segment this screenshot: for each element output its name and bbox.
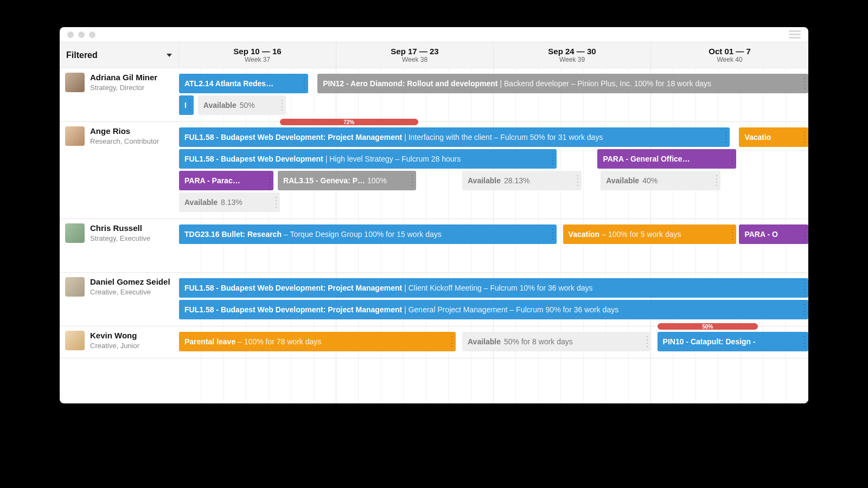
- allocation-bar[interactable]: RAL3.15 - Geneva: P… 100%: [278, 171, 416, 190]
- timeline-track: Available8.13%: [179, 192, 808, 213]
- person-row: Kevin Wong Creative, Junior 50%Parental …: [60, 326, 808, 358]
- person-info[interactable]: Adriana Gil Miner Strategy, Director: [60, 68, 179, 121]
- drag-handle-icon[interactable]: [646, 335, 649, 348]
- drag-handle-icon[interactable]: [576, 174, 579, 187]
- allocation-bar[interactable]: ATL2.14 Atlanta Redes…: [179, 74, 308, 93]
- allocation-bar[interactable]: PARA - Parac…: [179, 171, 273, 190]
- drag-handle-icon[interactable]: [803, 131, 806, 144]
- allocation-bar[interactable]: Parental leave – 100% for 78 work days: [179, 332, 456, 351]
- allocation-bar[interactable]: PARA - General Office…: [597, 149, 736, 169]
- filter-label: Filtered: [66, 50, 98, 60]
- window-dot[interactable]: [67, 31, 74, 38]
- drag-handle-icon[interactable]: [803, 77, 806, 90]
- person-info[interactable]: Ange Rios Research, Contributor: [60, 122, 179, 219]
- avatar[interactable]: [65, 331, 85, 350]
- drag-handle-icon[interactable]: [450, 335, 454, 348]
- bar-title: PIN10 - Catapult: Design -: [663, 337, 756, 346]
- allocation-bar[interactable]: PIN10 - Catapult: Design -: [658, 332, 808, 351]
- window-dot[interactable]: [89, 31, 95, 38]
- bar-title: PIN12 - Aero Diamond: Rollout and develo…: [323, 79, 497, 88]
- person-role: Research, Contributor: [90, 137, 159, 145]
- allocation-bar[interactable]: Vacation – 100% for 5 work days: [563, 224, 736, 244]
- overallocation-pill[interactable]: 72%: [280, 119, 418, 125]
- avatar[interactable]: [65, 223, 85, 243]
- drag-handle-icon[interactable]: [551, 228, 554, 241]
- availability-bar[interactable]: Available40%: [601, 171, 720, 190]
- bar-title: I: [184, 101, 187, 110]
- drag-handle-icon[interactable]: [280, 99, 284, 112]
- person-role: Strategy, Director: [90, 84, 157, 92]
- drag-handle-icon[interactable]: [268, 174, 271, 187]
- availability-bar[interactable]: Available8.13%: [179, 192, 280, 212]
- window-dot[interactable]: [78, 31, 85, 38]
- timeline-track: ATL2.14 Atlanta Redes…PIN12 - Aero Diamo…: [179, 74, 808, 94]
- drag-handle-icon[interactable]: [803, 228, 806, 241]
- bar-percent: 50% for 8 work days: [504, 337, 573, 346]
- bar-title: PARA - Parac…: [184, 176, 240, 185]
- person-info[interactable]: Chris Russell Strategy, Executive: [60, 219, 179, 272]
- week-column-header[interactable]: Sep 24 — 30 Week 39: [494, 42, 651, 68]
- avatar[interactable]: [65, 126, 85, 146]
- bar-subtitle: 100%: [367, 176, 387, 185]
- person-row: Adriana Gil Miner Strategy, Director ATL…: [60, 68, 808, 122]
- drag-handle-icon[interactable]: [731, 152, 734, 165]
- person-name: Chris Russell: [90, 223, 150, 233]
- allocation-bar[interactable]: Vacatio: [739, 127, 808, 147]
- window-traffic-lights: [67, 31, 95, 38]
- allocation-bar[interactable]: TDG23.16 Bullet: Research – Torque Desig…: [179, 224, 557, 244]
- drag-handle-icon[interactable]: [803, 335, 806, 348]
- availability-bar[interactable]: Available50%: [198, 95, 286, 115]
- bar-title: Vacation: [569, 230, 600, 239]
- drag-handle-icon[interactable]: [411, 174, 414, 187]
- filter-dropdown[interactable]: Filtered: [60, 42, 179, 68]
- allocation-bar[interactable]: FUL1.58 - Budapest Web Development: Proj…: [179, 127, 730, 147]
- week-column-header[interactable]: Sep 17 — 23 Week 38: [336, 42, 494, 68]
- person-timeline: ATL2.14 Atlanta Redes…PIN12 - Aero Diamo…: [179, 68, 808, 121]
- person-name: Ange Rios: [90, 126, 159, 136]
- bar-subtitle: – 100% for 5 work days: [602, 230, 681, 239]
- bar-subtitle: | High level Strategy – Fulcrum 28 hours: [326, 155, 461, 163]
- bar-percent: 40%: [642, 176, 658, 185]
- allocation-bar[interactable]: FUL1.58 - Budapest Web Development | Hig…: [179, 149, 557, 169]
- person-info[interactable]: Daniel Gomez Seidel Creative, Executive: [60, 273, 179, 326]
- drag-handle-icon[interactable]: [803, 281, 806, 294]
- drag-handle-icon[interactable]: [724, 131, 727, 144]
- drag-handle-icon[interactable]: [715, 174, 718, 187]
- drag-handle-icon[interactable]: [303, 77, 306, 90]
- drag-handle-icon[interactable]: [803, 303, 806, 316]
- availability-bar[interactable]: Available50% for 8 work days: [462, 332, 651, 351]
- timeline-track: PARA - Parac…RAL3.15 - Geneva: P… 100%Av…: [179, 171, 808, 191]
- availability-bar[interactable]: Available28.13%: [462, 171, 582, 190]
- timeline-track: FUL1.58 - Budapest Web Development: Proj…: [179, 278, 808, 299]
- allocation-bar[interactable]: FUL1.58 - Budapest Web Development: Proj…: [179, 300, 808, 319]
- overallocation-pill[interactable]: 50%: [658, 323, 758, 330]
- person-info[interactable]: Kevin Wong Creative, Junior: [60, 326, 179, 358]
- week-range: Sep 24 — 30: [548, 47, 596, 56]
- person-timeline: TDG23.16 Bullet: Research – Torque Desig…: [179, 219, 808, 272]
- avatar[interactable]: [65, 73, 85, 92]
- timeline-track: [179, 246, 808, 267]
- week-range: Oct 01 — 7: [709, 47, 751, 56]
- chevron-down-icon: [167, 54, 172, 57]
- drag-handle-icon[interactable]: [731, 228, 734, 241]
- drag-handle-icon[interactable]: [275, 196, 278, 209]
- hamburger-menu-icon[interactable]: [789, 30, 801, 38]
- allocation-bar[interactable]: I: [179, 95, 194, 115]
- week-column-header[interactable]: Oct 01 — 7 Week 40: [651, 42, 808, 68]
- bar-title: Parental leave: [184, 337, 235, 346]
- person-row: Chris Russell Strategy, Executive TDG23.…: [60, 219, 808, 273]
- drag-handle-icon[interactable]: [551, 152, 554, 165]
- bar-title: FUL1.58 - Budapest Web Development: Proj…: [184, 133, 402, 142]
- allocation-bar[interactable]: PIN12 - Aero Diamond: Rollout and develo…: [317, 74, 808, 93]
- week-column-header[interactable]: Sep 10 — 16 Week 37: [179, 42, 336, 68]
- avatar[interactable]: [65, 277, 85, 297]
- drag-handle-icon[interactable]: [188, 99, 192, 112]
- allocation-bar[interactable]: PARA - O: [739, 224, 808, 244]
- week-number: Week 38: [402, 56, 427, 63]
- person-role: Creative, Executive: [90, 288, 170, 296]
- bar-subtitle: | Client Kickoff Meeting – Fulcrum 10% f…: [404, 284, 592, 292]
- week-number: Week 40: [717, 56, 742, 63]
- allocation-bar[interactable]: FUL1.58 - Budapest Web Development: Proj…: [179, 278, 808, 298]
- bar-percent: 8.13%: [221, 198, 242, 207]
- person-name: Adriana Gil Miner: [90, 73, 157, 82]
